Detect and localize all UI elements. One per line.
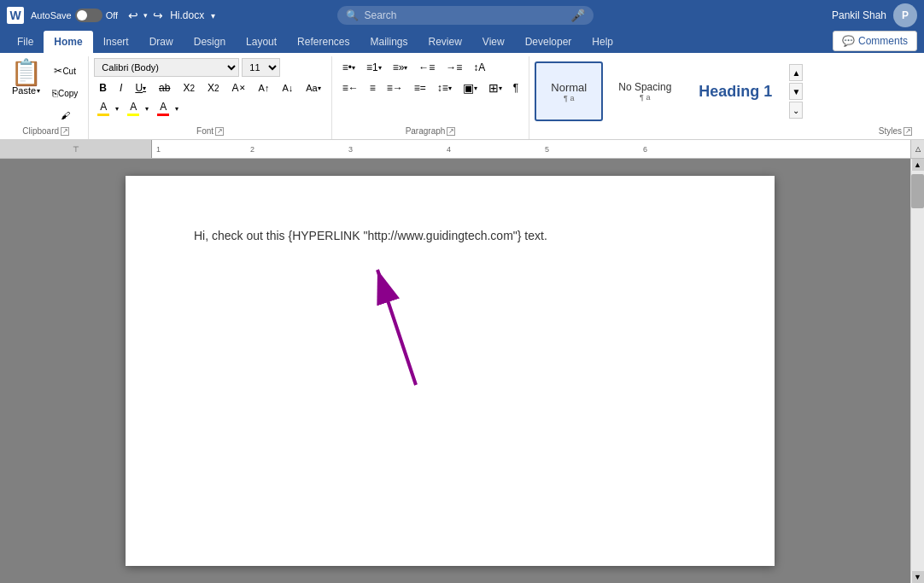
tab-design[interactable]: Design [184, 31, 236, 53]
multilevel-button[interactable]: ≡» ▾ [388, 58, 413, 77]
strikethrough-button[interactable]: ab [154, 79, 175, 97]
scroll-track[interactable] [911, 171, 924, 571]
paste-button[interactable]: 📋 Paste ▾ [9, 58, 44, 97]
clear-format-button[interactable]: A✕ [227, 79, 251, 97]
avatar[interactable]: P [893, 3, 917, 27]
justify-button[interactable]: ≡= [409, 79, 431, 97]
subscript-button[interactable]: X2 [178, 79, 200, 97]
styles-expand-icon[interactable]: ↗ [904, 127, 912, 136]
font-color-dropdown[interactable]: ▾ [113, 99, 121, 118]
filename-caret[interactable]: ▾ [211, 11, 215, 20]
mic-icon[interactable]: 🎤 [570, 9, 585, 22]
styles-scroll-up[interactable]: ▲ [789, 64, 803, 81]
clipboard-expand[interactable]: ↗ [61, 127, 69, 136]
undo-button[interactable]: ↩ [128, 9, 138, 22]
bullets-button[interactable]: ≡• ▾ [337, 58, 360, 77]
app-window: W AutoSave Off ↩ ▾ ↪ Hi.docx ▾ 🔍 🎤 Panki… [0, 0, 924, 583]
numbering-button[interactable]: ≡1 ▾ [361, 58, 387, 77]
align-center-button[interactable]: ≡ [365, 79, 381, 97]
highlight-color-bar [127, 114, 139, 116]
line-spacing-button[interactable]: ↕≡ ▾ [432, 79, 457, 97]
comment-icon: 💬 [842, 35, 855, 47]
tab-review[interactable]: Review [418, 31, 472, 53]
highlight-btn-group: A ▾ [124, 99, 151, 118]
comments-button[interactable]: 💬 Comments [833, 31, 917, 51]
styles-scroll-controls: ▲ ▼ ⌄ [787, 62, 804, 120]
align-left-button[interactable]: ≡← [337, 79, 364, 97]
font-expand[interactable]: ↗ [215, 127, 224, 136]
filename: Hi.docx [170, 9, 204, 21]
text-color-dropdown[interactable]: ▾ [173, 99, 181, 118]
tab-file[interactable]: File [7, 31, 44, 53]
tab-draw[interactable]: Draw [139, 31, 184, 53]
bold-button[interactable]: B [94, 79, 112, 97]
ruler-scale: 1 2 3 4 5 6 [152, 140, 910, 158]
document-page[interactable]: Hi, check out this {HYPERLINK "http://ww… [126, 176, 775, 566]
ruler-mark-1: 1 [156, 145, 161, 154]
tab-home[interactable]: Home [44, 31, 92, 53]
style-nospace-label: No Spacing [618, 81, 671, 93]
align-right-button[interactable]: ≡→ [382, 79, 408, 97]
style-no-spacing[interactable]: No Spacing ¶ a [606, 61, 683, 121]
undo-dropdown[interactable]: ▾ [143, 11, 148, 20]
change-case-button[interactable]: Aa▾ [301, 79, 325, 97]
styles-expand[interactable]: ⌄ [789, 102, 803, 119]
autosave-toggle[interactable] [75, 9, 102, 22]
format-painter-button[interactable]: 🖌 [47, 106, 83, 125]
scroll-thumb[interactable] [911, 174, 924, 208]
paste-dropdown[interactable]: ▾ [37, 87, 40, 95]
word-logo: W [7, 7, 24, 24]
right-scrollbar[interactable]: ▲ ▼ [910, 159, 924, 583]
font-name-selector[interactable]: Calibri (Body) [94, 58, 239, 77]
style-normal-sublabel: ¶ a [564, 94, 574, 102]
tab-layout[interactable]: Layout [236, 31, 287, 53]
document-area[interactable]: Hi, check out this {HYPERLINK "http://ww… [7, 159, 910, 583]
paragraph-expand[interactable]: ↗ [447, 127, 455, 136]
font-row2: B I U ▾ ab X2 X2 A✕ A↑ A↓ Aa▾ [94, 79, 325, 97]
ruler-mark-3: 3 [348, 145, 353, 154]
ruler-scroll-area[interactable]: △ [910, 140, 924, 158]
font-row1: Calibri (Body) 11 [94, 58, 280, 77]
shading-button[interactable]: ▣ ▾ [458, 79, 482, 97]
style-normal-label: Normal [551, 81, 587, 94]
increase-indent-button[interactable]: →≡ [441, 58, 467, 77]
highlight-button[interactable]: A [124, 99, 143, 118]
copy-button[interactable]: ⎘ Copy [47, 84, 83, 102]
search-input[interactable] [364, 9, 565, 21]
tab-mailings[interactable]: Mailings [360, 31, 418, 53]
autosave-state: Off [106, 10, 118, 20]
superscript-button[interactable]: X2 [202, 79, 225, 97]
font-size-selector[interactable]: 11 [242, 58, 280, 77]
sort-button[interactable]: ↕A [468, 58, 490, 77]
scroll-down-button[interactable]: ▼ [912, 571, 924, 583]
grow-font-button[interactable]: A↑ [254, 79, 275, 97]
autosave-area: AutoSave Off [31, 9, 118, 22]
cut-button[interactable]: ✂ Cut [47, 61, 83, 80]
tab-insert[interactable]: Insert [93, 31, 139, 53]
ruler-mark-6: 6 [643, 145, 647, 154]
tab-references[interactable]: References [287, 31, 360, 53]
style-heading1[interactable]: Heading 1 [687, 61, 784, 121]
borders-button[interactable]: ⊞ ▾ [483, 79, 507, 97]
tab-help[interactable]: Help [582, 31, 623, 53]
tab-view[interactable]: View [472, 31, 515, 53]
text-color-button[interactable]: A [154, 99, 173, 118]
search-box: 🔍 🎤 [337, 6, 594, 25]
styles-scroll-down[interactable]: ▼ [789, 83, 803, 100]
italic-button[interactable]: I [114, 79, 127, 97]
show-hide-button[interactable]: ¶ [508, 79, 523, 97]
comments-label: Comments [858, 35, 908, 47]
autosave-label: AutoSave [31, 10, 72, 20]
redo-button[interactable]: ↪ [153, 9, 163, 22]
decrease-indent-button[interactable]: ←≡ [413, 58, 440, 77]
highlight-dropdown[interactable]: ▾ [143, 99, 151, 118]
font-label: Font ↗ [94, 125, 325, 137]
shrink-font-button[interactable]: A↓ [277, 79, 298, 97]
tab-developer[interactable]: Developer [515, 31, 582, 53]
scroll-up-button[interactable]: ▲ [912, 159, 924, 171]
style-normal[interactable]: Normal ¶ a [535, 61, 603, 121]
font-color-button[interactable]: A [94, 99, 113, 118]
text-color-btn-group: A ▾ [154, 99, 181, 118]
ruler-mark-5: 5 [545, 145, 549, 154]
underline-button[interactable]: U ▾ [130, 79, 151, 97]
